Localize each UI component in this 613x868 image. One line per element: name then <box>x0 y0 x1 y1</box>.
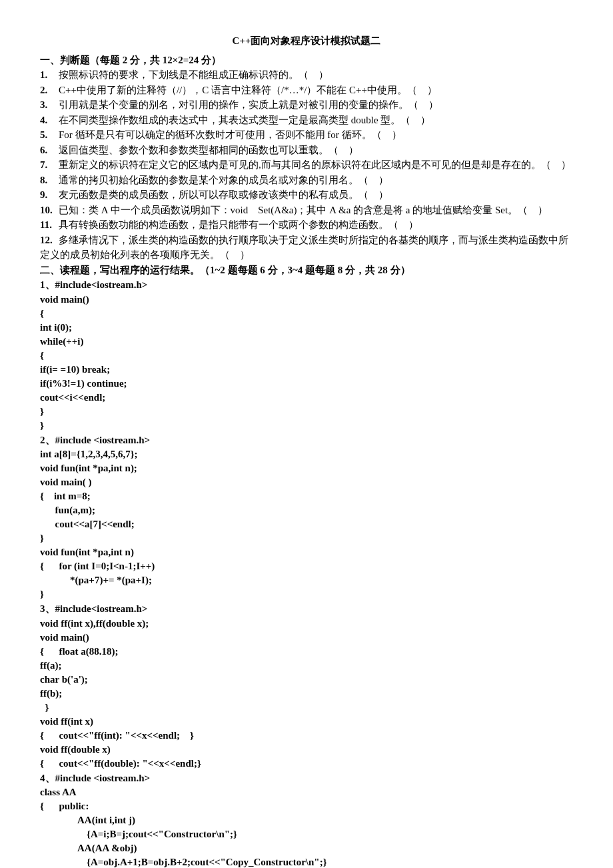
question-number: 5. <box>40 127 59 143</box>
q4-code: class AA{ public:AA(int i,int j){A=i;B=j… <box>40 785 573 868</box>
judgement-questions: 1.按照标识符的要求，下划线是不能组成正确标识符的。（ ）2.C++中使用了新的… <box>40 67 573 263</box>
code-line: AA(AA &obj) <box>40 841 573 855</box>
judgement-item: 8.通常的拷贝初始化函数的参数是某个对象的成员名或对象的引用名。（ ） <box>40 173 573 188</box>
code-line: AA(int i,int j) <box>40 813 573 827</box>
judgement-item: 4.在不同类型操作数组成的表达式中，其表达式类型一定是最高类型 double 型… <box>40 113 573 128</box>
question-text: 已知：类 A 中一个成员函数说明如下：void Set(A&a)；其中 A &a… <box>59 205 548 215</box>
question-number: 11. <box>40 217 59 233</box>
judgement-item: 2.C++中使用了新的注释符（//），C 语言中注释符（/*…*/）不能在 C+… <box>40 83 573 98</box>
question-text: 具有转换函数功能的构造函数，是指只能带有一个或两个参数的构造函数。（ ） <box>59 219 418 230</box>
code-line: {A=i;B=j;cout<<"Constructor\n";} <box>40 827 573 841</box>
q3-label: 3、#include<iostream.h> <box>40 601 573 617</box>
question-number: 1. <box>40 67 59 83</box>
judgement-item: 5.For 循环是只有可以确定的循环次数时才可使用，否则不能用 for 循环。（… <box>40 127 573 143</box>
judgement-item: 3.引用就是某个变量的别名，对引用的操作，实质上就是对被引用的变量的操作。（ ） <box>40 97 573 113</box>
question-number: 7. <box>40 157 59 173</box>
q3-code: void ff(int x),ff(double x); void main()… <box>40 617 573 771</box>
q4-label: 4、#include <iostream.h> <box>40 771 573 786</box>
question-number: 12. <box>40 233 59 248</box>
question-text: 多继承情况下，派生类的构造函数的执行顺序取决于定义派生类时所指定的各基类的顺序，… <box>40 235 568 261</box>
question-text: 引用就是某个变量的别名，对引用的操作，实质上就是对被引用的变量的操作。（ ） <box>59 99 438 110</box>
q2-code: int a[8]={1,2,3,4,5,6,7}; void fun(int *… <box>40 447 573 601</box>
q2-label: 2、#include <iostream.h> <box>40 433 573 448</box>
question-number: 9. <box>40 187 59 203</box>
question-number: 2. <box>40 83 59 98</box>
section2-header: 二、读程题，写出程序的运行结果。（1~2 题每题 6 分，3~4 题每题 8 分… <box>40 263 573 278</box>
judgement-item: 7.重新定义的标识符在定义它的区域内是可见的,而与其同名的原标识符在此区域内是不… <box>40 157 573 173</box>
question-number: 3. <box>40 97 59 113</box>
question-text: 通常的拷贝初始化函数的参数是某个对象的成员名或对象的引用名。（ ） <box>59 175 388 185</box>
judgement-item: 10.已知：类 A 中一个成员函数说明如下：void Set(A&a)；其中 A… <box>40 203 573 218</box>
page-title: C++面向对象程序设计模拟试题二 <box>40 33 573 49</box>
question-text: 按照标识符的要求，下划线是不能组成正确标识符的。（ ） <box>59 69 328 80</box>
judgement-item: 1.按照标识符的要求，下划线是不能组成正确标识符的。（ ） <box>40 67 573 83</box>
q1-label: 1、#include<iostream.h> <box>40 277 573 293</box>
judgement-item: 9.友元函数是类的成员函数，所以可以存取或修改该类中的私有成员。（ ） <box>40 187 573 203</box>
question-number: 10. <box>40 203 59 218</box>
question-number: 6. <box>40 143 59 158</box>
question-text: 返回值类型、参数个数和参数类型都相同的函数也可以重载。（ ） <box>59 145 358 155</box>
judgement-item: 6.返回值类型、参数个数和参数类型都相同的函数也可以重载。（ ） <box>40 143 573 158</box>
q1-code: void main() { int i(0); while(++i) { if(… <box>40 293 573 433</box>
question-text: 在不同类型操作数组成的表达式中，其表达式类型一定是最高类型 double 型。（… <box>59 115 430 125</box>
code-line: class AA <box>40 785 573 799</box>
code-line: {A=obj.A+1;B=obj.B+2;cout<<"Copy_Constru… <box>40 855 573 868</box>
question-text: 友元函数是类的成员函数，所以可以存取或修改该类中的私有成员。（ ） <box>59 189 388 200</box>
question-text: For 循环是只有可以确定的循环次数时才可使用，否则不能用 for 循环。（ ） <box>59 129 402 140</box>
judgement-item: 11.具有转换函数功能的构造函数，是指只能带有一个或两个参数的构造函数。（ ） <box>40 217 573 233</box>
question-number: 8. <box>40 173 59 188</box>
judgement-item: 12.多继承情况下，派生类的构造函数的执行顺序取决于定义派生类时所指定的各基类的… <box>40 233 573 263</box>
question-text: C++中使用了新的注释符（//），C 语言中注释符（/*…*/）不能在 C++中… <box>59 85 437 95</box>
question-number: 4. <box>40 113 59 128</box>
code-line: { public: <box>40 799 573 813</box>
section1-header: 一、判断题（每题 2 分，共 12×2=24 分） <box>40 53 573 68</box>
question-text: 重新定义的标识符在定义它的区域内是可见的,而与其同名的原标识符在此区域内是不可见… <box>59 159 571 170</box>
